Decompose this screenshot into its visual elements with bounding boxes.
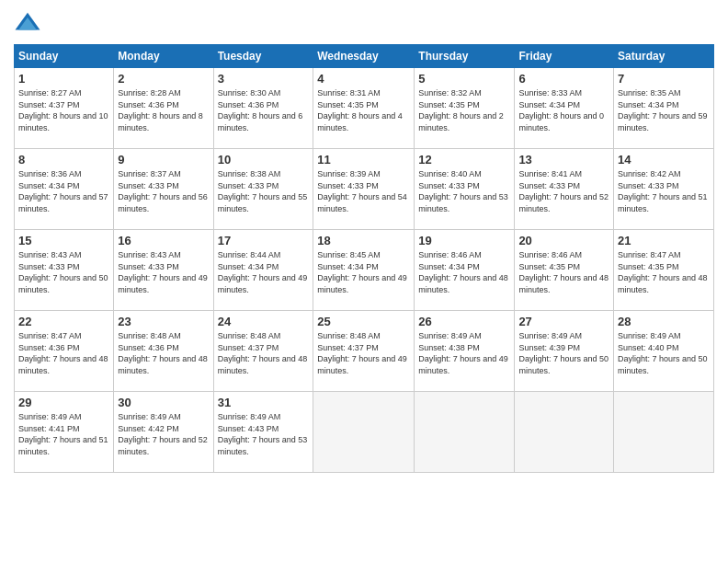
calendar-cell: 27Sunrise: 8:49 AMSunset: 4:39 PMDayligh… (515, 311, 614, 392)
day-number: 10 (218, 153, 310, 167)
calendar-cell: 19Sunrise: 8:46 AMSunset: 4:34 PMDayligh… (415, 230, 515, 311)
day-info: Sunrise: 8:42 AMSunset: 4:33 PMDaylight:… (618, 168, 710, 214)
day-number: 24 (218, 315, 310, 328)
day-info: Sunrise: 8:46 AMSunset: 4:34 PMDaylight:… (418, 249, 510, 295)
col-header-saturday: Saturday (614, 45, 714, 68)
day-info: Sunrise: 8:44 AMSunset: 4:34 PMDaylight:… (218, 249, 310, 295)
logo (14, 9, 45, 37)
calendar-header-row: SundayMondayTuesdayWednesdayThursdayFrid… (15, 45, 714, 68)
day-number: 20 (518, 234, 609, 247)
day-info: Sunrise: 8:43 AMSunset: 4:33 PMDaylight:… (18, 249, 109, 295)
day-number: 26 (418, 315, 510, 328)
day-info: Sunrise: 8:47 AMSunset: 4:36 PMDaylight:… (18, 330, 109, 376)
day-info: Sunrise: 8:27 AMSunset: 4:37 PMDaylight:… (18, 87, 109, 133)
calendar-cell: 31Sunrise: 8:49 AMSunset: 4:43 PMDayligh… (213, 392, 313, 473)
day-info: Sunrise: 8:49 AMSunset: 4:43 PMDaylight:… (218, 411, 310, 457)
day-number: 7 (618, 72, 710, 86)
calendar-cell: 25Sunrise: 8:48 AMSunset: 4:37 PMDayligh… (313, 311, 415, 392)
day-info: Sunrise: 8:49 AMSunset: 4:38 PMDaylight:… (418, 330, 510, 376)
day-number: 27 (518, 315, 609, 328)
calendar-cell: 28Sunrise: 8:49 AMSunset: 4:40 PMDayligh… (614, 311, 714, 392)
day-info: Sunrise: 8:28 AMSunset: 4:36 PMDaylight:… (118, 87, 209, 133)
calendar: SundayMondayTuesdayWednesdayThursdayFrid… (14, 44, 714, 473)
col-header-wednesday: Wednesday (313, 45, 415, 68)
calendar-cell: 5Sunrise: 8:32 AMSunset: 4:35 PMDaylight… (415, 68, 515, 149)
col-header-monday: Monday (114, 45, 213, 68)
calendar-cell: 21Sunrise: 8:47 AMSunset: 4:35 PMDayligh… (614, 230, 714, 311)
calendar-cell: 2Sunrise: 8:28 AMSunset: 4:36 PMDaylight… (114, 68, 213, 149)
day-number: 8 (18, 153, 109, 167)
day-info: Sunrise: 8:32 AMSunset: 4:35 PMDaylight:… (418, 87, 510, 133)
day-number: 25 (317, 315, 410, 328)
page: SundayMondayTuesdayWednesdayThursdayFrid… (0, 0, 728, 563)
day-number: 17 (218, 234, 310, 247)
calendar-cell: 8Sunrise: 8:36 AMSunset: 4:34 PMDaylight… (15, 149, 114, 230)
day-info: Sunrise: 8:49 AMSunset: 4:42 PMDaylight:… (118, 411, 209, 457)
day-number: 16 (118, 234, 209, 247)
calendar-cell: 20Sunrise: 8:46 AMSunset: 4:35 PMDayligh… (515, 230, 614, 311)
day-info: Sunrise: 8:49 AMSunset: 4:41 PMDaylight:… (18, 411, 109, 457)
calendar-cell (415, 392, 515, 473)
day-info: Sunrise: 8:48 AMSunset: 4:37 PMDaylight:… (317, 330, 410, 376)
calendar-cell: 6Sunrise: 8:33 AMSunset: 4:34 PMDaylight… (515, 68, 614, 149)
day-number: 18 (317, 234, 410, 247)
header (14, 9, 714, 37)
calendar-cell: 15Sunrise: 8:43 AMSunset: 4:33 PMDayligh… (15, 230, 114, 311)
day-number: 30 (118, 396, 209, 409)
day-number: 2 (118, 72, 209, 86)
day-number: 23 (118, 315, 209, 328)
calendar-cell: 10Sunrise: 8:38 AMSunset: 4:33 PMDayligh… (213, 149, 313, 230)
day-number: 15 (18, 234, 109, 247)
calendar-cell: 9Sunrise: 8:37 AMSunset: 4:33 PMDaylight… (114, 149, 213, 230)
day-number: 1 (18, 72, 109, 86)
day-number: 13 (518, 153, 609, 167)
calendar-cell: 29Sunrise: 8:49 AMSunset: 4:41 PMDayligh… (15, 392, 114, 473)
day-number: 3 (218, 72, 310, 86)
day-info: Sunrise: 8:46 AMSunset: 4:35 PMDaylight:… (518, 249, 609, 295)
day-info: Sunrise: 8:36 AMSunset: 4:34 PMDaylight:… (18, 168, 109, 214)
day-info: Sunrise: 8:41 AMSunset: 4:33 PMDaylight:… (518, 168, 609, 214)
day-number: 12 (418, 153, 510, 167)
day-info: Sunrise: 8:48 AMSunset: 4:36 PMDaylight:… (118, 330, 209, 376)
day-number: 19 (418, 234, 510, 247)
col-header-sunday: Sunday (15, 45, 114, 68)
day-number: 29 (18, 396, 109, 409)
calendar-cell: 18Sunrise: 8:45 AMSunset: 4:34 PMDayligh… (313, 230, 415, 311)
calendar-cell: 4Sunrise: 8:31 AMSunset: 4:35 PMDaylight… (313, 68, 415, 149)
calendar-week-3: 15Sunrise: 8:43 AMSunset: 4:33 PMDayligh… (15, 230, 714, 311)
calendar-cell (614, 392, 714, 473)
calendar-cell: 13Sunrise: 8:41 AMSunset: 4:33 PMDayligh… (515, 149, 614, 230)
calendar-cell: 16Sunrise: 8:43 AMSunset: 4:33 PMDayligh… (114, 230, 213, 311)
day-info: Sunrise: 8:43 AMSunset: 4:33 PMDaylight:… (118, 249, 209, 295)
calendar-cell: 14Sunrise: 8:42 AMSunset: 4:33 PMDayligh… (614, 149, 714, 230)
day-info: Sunrise: 8:49 AMSunset: 4:39 PMDaylight:… (518, 330, 609, 376)
col-header-friday: Friday (515, 45, 614, 68)
day-number: 22 (18, 315, 109, 328)
day-number: 4 (317, 72, 410, 86)
calendar-cell (313, 392, 415, 473)
day-number: 21 (618, 234, 710, 247)
calendar-cell: 30Sunrise: 8:49 AMSunset: 4:42 PMDayligh… (114, 392, 213, 473)
day-info: Sunrise: 8:48 AMSunset: 4:37 PMDaylight:… (218, 330, 310, 376)
calendar-week-2: 8Sunrise: 8:36 AMSunset: 4:34 PMDaylight… (15, 149, 714, 230)
day-info: Sunrise: 8:38 AMSunset: 4:33 PMDaylight:… (218, 168, 310, 214)
day-number: 6 (518, 72, 609, 86)
calendar-cell (515, 392, 614, 473)
day-info: Sunrise: 8:49 AMSunset: 4:40 PMDaylight:… (618, 330, 710, 376)
calendar-week-5: 29Sunrise: 8:49 AMSunset: 4:41 PMDayligh… (15, 392, 714, 473)
calendar-cell: 1Sunrise: 8:27 AMSunset: 4:37 PMDaylight… (15, 68, 114, 149)
calendar-cell: 24Sunrise: 8:48 AMSunset: 4:37 PMDayligh… (213, 311, 313, 392)
logo-icon (14, 9, 41, 37)
day-number: 28 (618, 315, 710, 328)
calendar-cell: 3Sunrise: 8:30 AMSunset: 4:36 PMDaylight… (213, 68, 313, 149)
calendar-cell: 17Sunrise: 8:44 AMSunset: 4:34 PMDayligh… (213, 230, 313, 311)
day-number: 5 (418, 72, 510, 86)
col-header-tuesday: Tuesday (213, 45, 313, 68)
calendar-cell: 11Sunrise: 8:39 AMSunset: 4:33 PMDayligh… (313, 149, 415, 230)
calendar-week-4: 22Sunrise: 8:47 AMSunset: 4:36 PMDayligh… (15, 311, 714, 392)
day-info: Sunrise: 8:39 AMSunset: 4:33 PMDaylight:… (317, 168, 410, 214)
day-number: 31 (218, 396, 310, 409)
day-info: Sunrise: 8:35 AMSunset: 4:34 PMDaylight:… (618, 87, 710, 133)
day-info: Sunrise: 8:37 AMSunset: 4:33 PMDaylight:… (118, 168, 209, 214)
calendar-cell: 12Sunrise: 8:40 AMSunset: 4:33 PMDayligh… (415, 149, 515, 230)
